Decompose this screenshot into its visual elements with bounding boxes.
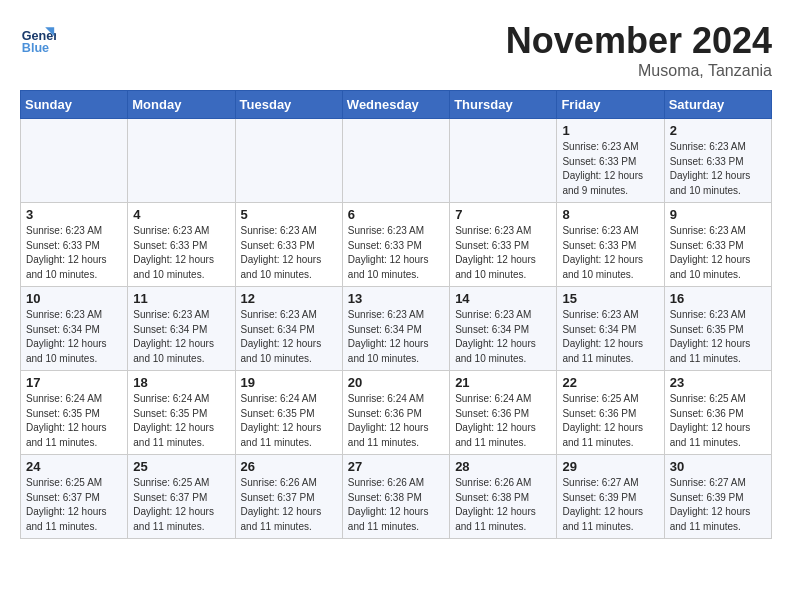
day-info: Sunrise: 6:26 AM Sunset: 6:38 PM Dayligh…	[455, 476, 551, 534]
day-number: 17	[26, 375, 122, 390]
day-number: 2	[670, 123, 766, 138]
empty-cell	[21, 119, 128, 203]
week-row-1: 3Sunrise: 6:23 AM Sunset: 6:33 PM Daylig…	[21, 203, 772, 287]
day-number: 9	[670, 207, 766, 222]
day-number: 27	[348, 459, 444, 474]
day-cell-6: 6Sunrise: 6:23 AM Sunset: 6:33 PM Daylig…	[342, 203, 449, 287]
day-cell-5: 5Sunrise: 6:23 AM Sunset: 6:33 PM Daylig…	[235, 203, 342, 287]
day-info: Sunrise: 6:23 AM Sunset: 6:34 PM Dayligh…	[26, 308, 122, 366]
day-cell-10: 10Sunrise: 6:23 AM Sunset: 6:34 PM Dayli…	[21, 287, 128, 371]
weekday-header-sunday: Sunday	[21, 91, 128, 119]
day-number: 22	[562, 375, 658, 390]
month-title: November 2024	[506, 20, 772, 62]
day-info: Sunrise: 6:23 AM Sunset: 6:33 PM Dayligh…	[670, 140, 766, 198]
day-number: 11	[133, 291, 229, 306]
day-info: Sunrise: 6:23 AM Sunset: 6:34 PM Dayligh…	[241, 308, 337, 366]
day-cell-14: 14Sunrise: 6:23 AM Sunset: 6:34 PM Dayli…	[450, 287, 557, 371]
day-cell-29: 29Sunrise: 6:27 AM Sunset: 6:39 PM Dayli…	[557, 455, 664, 539]
day-number: 20	[348, 375, 444, 390]
logo-icon: General Blue	[20, 20, 56, 56]
calendar: SundayMondayTuesdayWednesdayThursdayFrid…	[20, 90, 772, 539]
day-number: 19	[241, 375, 337, 390]
day-cell-24: 24Sunrise: 6:25 AM Sunset: 6:37 PM Dayli…	[21, 455, 128, 539]
day-info: Sunrise: 6:24 AM Sunset: 6:35 PM Dayligh…	[133, 392, 229, 450]
day-cell-16: 16Sunrise: 6:23 AM Sunset: 6:35 PM Dayli…	[664, 287, 771, 371]
day-cell-21: 21Sunrise: 6:24 AM Sunset: 6:36 PM Dayli…	[450, 371, 557, 455]
day-info: Sunrise: 6:23 AM Sunset: 6:33 PM Dayligh…	[26, 224, 122, 282]
day-number: 13	[348, 291, 444, 306]
day-cell-12: 12Sunrise: 6:23 AM Sunset: 6:34 PM Dayli…	[235, 287, 342, 371]
day-cell-19: 19Sunrise: 6:24 AM Sunset: 6:35 PM Dayli…	[235, 371, 342, 455]
day-cell-4: 4Sunrise: 6:23 AM Sunset: 6:33 PM Daylig…	[128, 203, 235, 287]
day-cell-13: 13Sunrise: 6:23 AM Sunset: 6:34 PM Dayli…	[342, 287, 449, 371]
day-cell-9: 9Sunrise: 6:23 AM Sunset: 6:33 PM Daylig…	[664, 203, 771, 287]
day-info: Sunrise: 6:26 AM Sunset: 6:38 PM Dayligh…	[348, 476, 444, 534]
day-number: 26	[241, 459, 337, 474]
day-info: Sunrise: 6:25 AM Sunset: 6:36 PM Dayligh…	[562, 392, 658, 450]
day-number: 21	[455, 375, 551, 390]
day-info: Sunrise: 6:24 AM Sunset: 6:36 PM Dayligh…	[348, 392, 444, 450]
day-number: 28	[455, 459, 551, 474]
day-cell-25: 25Sunrise: 6:25 AM Sunset: 6:37 PM Dayli…	[128, 455, 235, 539]
day-cell-7: 7Sunrise: 6:23 AM Sunset: 6:33 PM Daylig…	[450, 203, 557, 287]
weekday-header-monday: Monday	[128, 91, 235, 119]
day-number: 8	[562, 207, 658, 222]
day-cell-20: 20Sunrise: 6:24 AM Sunset: 6:36 PM Dayli…	[342, 371, 449, 455]
day-info: Sunrise: 6:25 AM Sunset: 6:36 PM Dayligh…	[670, 392, 766, 450]
day-info: Sunrise: 6:23 AM Sunset: 6:34 PM Dayligh…	[455, 308, 551, 366]
week-row-0: 1Sunrise: 6:23 AM Sunset: 6:33 PM Daylig…	[21, 119, 772, 203]
empty-cell	[450, 119, 557, 203]
day-number: 14	[455, 291, 551, 306]
day-number: 6	[348, 207, 444, 222]
day-number: 4	[133, 207, 229, 222]
day-info: Sunrise: 6:23 AM Sunset: 6:34 PM Dayligh…	[562, 308, 658, 366]
empty-cell	[342, 119, 449, 203]
day-info: Sunrise: 6:24 AM Sunset: 6:36 PM Dayligh…	[455, 392, 551, 450]
day-info: Sunrise: 6:24 AM Sunset: 6:35 PM Dayligh…	[241, 392, 337, 450]
empty-cell	[235, 119, 342, 203]
weekday-header-thursday: Thursday	[450, 91, 557, 119]
day-number: 3	[26, 207, 122, 222]
day-info: Sunrise: 6:23 AM Sunset: 6:33 PM Dayligh…	[562, 140, 658, 198]
day-cell-30: 30Sunrise: 6:27 AM Sunset: 6:39 PM Dayli…	[664, 455, 771, 539]
day-number: 12	[241, 291, 337, 306]
weekday-header-tuesday: Tuesday	[235, 91, 342, 119]
week-row-4: 24Sunrise: 6:25 AM Sunset: 6:37 PM Dayli…	[21, 455, 772, 539]
day-number: 1	[562, 123, 658, 138]
day-cell-17: 17Sunrise: 6:24 AM Sunset: 6:35 PM Dayli…	[21, 371, 128, 455]
day-cell-11: 11Sunrise: 6:23 AM Sunset: 6:34 PM Dayli…	[128, 287, 235, 371]
empty-cell	[128, 119, 235, 203]
title-block: November 2024 Musoma, Tanzania	[506, 20, 772, 80]
day-info: Sunrise: 6:24 AM Sunset: 6:35 PM Dayligh…	[26, 392, 122, 450]
weekday-header-saturday: Saturday	[664, 91, 771, 119]
day-cell-1: 1Sunrise: 6:23 AM Sunset: 6:33 PM Daylig…	[557, 119, 664, 203]
logo: General Blue	[20, 20, 56, 56]
day-info: Sunrise: 6:23 AM Sunset: 6:33 PM Dayligh…	[133, 224, 229, 282]
day-info: Sunrise: 6:23 AM Sunset: 6:33 PM Dayligh…	[455, 224, 551, 282]
week-row-2: 10Sunrise: 6:23 AM Sunset: 6:34 PM Dayli…	[21, 287, 772, 371]
day-cell-23: 23Sunrise: 6:25 AM Sunset: 6:36 PM Dayli…	[664, 371, 771, 455]
day-cell-22: 22Sunrise: 6:25 AM Sunset: 6:36 PM Dayli…	[557, 371, 664, 455]
weekday-header-row: SundayMondayTuesdayWednesdayThursdayFrid…	[21, 91, 772, 119]
day-info: Sunrise: 6:25 AM Sunset: 6:37 PM Dayligh…	[133, 476, 229, 534]
day-number: 24	[26, 459, 122, 474]
location: Musoma, Tanzania	[506, 62, 772, 80]
day-number: 23	[670, 375, 766, 390]
day-cell-18: 18Sunrise: 6:24 AM Sunset: 6:35 PM Dayli…	[128, 371, 235, 455]
day-info: Sunrise: 6:23 AM Sunset: 6:33 PM Dayligh…	[348, 224, 444, 282]
day-info: Sunrise: 6:25 AM Sunset: 6:37 PM Dayligh…	[26, 476, 122, 534]
day-cell-28: 28Sunrise: 6:26 AM Sunset: 6:38 PM Dayli…	[450, 455, 557, 539]
day-info: Sunrise: 6:27 AM Sunset: 6:39 PM Dayligh…	[562, 476, 658, 534]
day-cell-8: 8Sunrise: 6:23 AM Sunset: 6:33 PM Daylig…	[557, 203, 664, 287]
day-cell-26: 26Sunrise: 6:26 AM Sunset: 6:37 PM Dayli…	[235, 455, 342, 539]
day-cell-15: 15Sunrise: 6:23 AM Sunset: 6:34 PM Dayli…	[557, 287, 664, 371]
svg-text:Blue: Blue	[22, 41, 49, 55]
day-info: Sunrise: 6:23 AM Sunset: 6:33 PM Dayligh…	[241, 224, 337, 282]
day-number: 15	[562, 291, 658, 306]
day-cell-2: 2Sunrise: 6:23 AM Sunset: 6:33 PM Daylig…	[664, 119, 771, 203]
page-header: General Blue November 2024 Musoma, Tanza…	[20, 20, 772, 80]
day-info: Sunrise: 6:23 AM Sunset: 6:34 PM Dayligh…	[133, 308, 229, 366]
day-info: Sunrise: 6:23 AM Sunset: 6:33 PM Dayligh…	[670, 224, 766, 282]
week-row-3: 17Sunrise: 6:24 AM Sunset: 6:35 PM Dayli…	[21, 371, 772, 455]
day-info: Sunrise: 6:23 AM Sunset: 6:34 PM Dayligh…	[348, 308, 444, 366]
